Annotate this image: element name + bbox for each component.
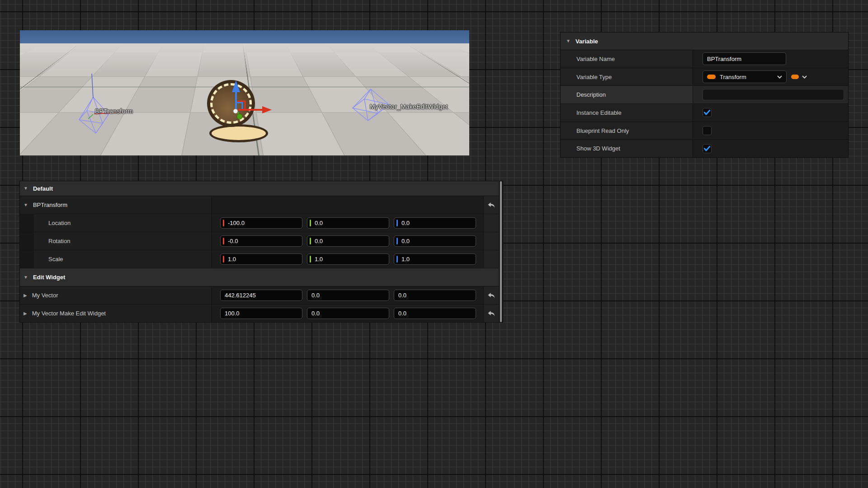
collapse-arrow-icon[interactable]: ▼ (24, 186, 28, 191)
rotation-y-input[interactable] (307, 235, 389, 247)
property-label: Rotation (48, 238, 70, 244)
my-vector-row: ▶ My Vector (20, 286, 499, 305)
single-variable-pill-icon (791, 75, 799, 79)
field-label: Description (576, 91, 606, 98)
scale-y-input[interactable] (307, 253, 389, 265)
myvector-actor-label: MyVector_MakeEditWidget (370, 103, 448, 110)
bptransform-actor-label: BPTransform (95, 108, 133, 115)
show-3d-widget-row: Show 3D Widget (561, 140, 848, 157)
scale-z-input[interactable] (394, 253, 476, 265)
property-label: My Vector (32, 292, 58, 299)
undo-arrow-icon (487, 292, 495, 299)
section-title: Default (33, 185, 53, 192)
rotation-x-input[interactable] (220, 235, 302, 247)
sphere-sprite[interactable] (207, 80, 255, 127)
transform-type-pill-icon (707, 75, 716, 79)
default-section-header[interactable]: ▼ Default (20, 181, 499, 196)
my-vector-mew-z-input[interactable] (394, 308, 476, 319)
check-icon (704, 110, 710, 115)
location-row: Location (20, 214, 499, 232)
rotation-row: Rotation (20, 232, 499, 250)
field-label: Show 3D Widget (576, 145, 620, 152)
my-vector-z-input[interactable] (394, 290, 476, 301)
z-axis-color-bar (396, 238, 398, 244)
z-axis-color-bar (396, 256, 398, 263)
undo-arrow-icon (487, 202, 495, 209)
variable-name-row: Variable Name (561, 50, 848, 68)
variable-name-input[interactable] (703, 52, 786, 65)
collapse-arrow-icon[interactable]: ▼ (566, 39, 571, 43)
scale-x-input[interactable] (220, 253, 302, 265)
x-axis-color-bar (223, 220, 224, 226)
blueprint-read-only-row: Blueprint Read Only (561, 122, 848, 140)
property-label: My Vector Make Edit Widget (32, 310, 106, 317)
description-input[interactable] (703, 89, 844, 100)
expand-arrow-icon[interactable]: ▶ (24, 293, 27, 298)
reset-to-default-button[interactable] (487, 310, 496, 318)
property-label: Scale (48, 256, 63, 263)
edit-widget-section-header[interactable]: ▼ Edit Widget (20, 268, 499, 286)
instance-editable-checkbox[interactable] (703, 108, 712, 117)
instance-editable-row: Instance Editable (561, 104, 848, 122)
variable-section-header[interactable]: ▼ Variable (561, 33, 848, 50)
rotation-z-input[interactable] (394, 235, 476, 247)
my-vector-mew-x-input[interactable] (220, 308, 302, 319)
field-label: Blueprint Read Only (576, 127, 629, 134)
variable-type-dropdown[interactable]: Transform (703, 70, 787, 83)
my-vector-make-edit-widget-row: ▶ My Vector Make Edit Widget (20, 305, 499, 323)
collapse-arrow-icon[interactable]: ▼ (24, 275, 28, 280)
variable-type-value: Transform (720, 74, 773, 80)
reset-to-default-button[interactable] (487, 291, 496, 300)
chevron-down-icon (777, 75, 782, 79)
z-axis-color-bar (396, 220, 398, 226)
location-y-input[interactable] (307, 217, 389, 229)
bptransform-property-row[interactable]: ▼ BPTransform (20, 196, 499, 214)
my-vector-x-input[interactable] (220, 290, 302, 301)
blueprint-preview-viewport[interactable]: BPTransform MyVector_MakeEditWidget (20, 30, 469, 155)
undo-arrow-icon (487, 310, 495, 317)
blueprint-read-only-checkbox[interactable] (703, 126, 712, 135)
description-row: Description (561, 86, 848, 104)
expand-arrow-icon[interactable]: ▶ (24, 311, 27, 316)
field-label: Variable Type (576, 74, 612, 80)
scale-row: Scale (20, 250, 499, 268)
x-axis-color-bar (223, 256, 224, 263)
x-axis-color-bar (223, 238, 224, 244)
location-z-input[interactable] (394, 217, 476, 229)
check-icon (704, 146, 710, 151)
property-label: Location (48, 220, 71, 226)
variable-details-panel: ▼ Variable Variable Name Variable Type T… (561, 33, 848, 157)
collapse-arrow-icon[interactable]: ▼ (24, 203, 28, 207)
reset-to-default-button[interactable] (487, 201, 496, 209)
field-label: Variable Name (576, 56, 615, 62)
location-x-input[interactable] (220, 217, 302, 229)
details-panel-defaults: ▼ Default ▼ BPTransform Location (20, 181, 503, 322)
my-vector-y-input[interactable] (307, 290, 389, 301)
section-title: Variable (576, 38, 598, 45)
chevron-down-icon (802, 75, 807, 79)
container-type-dropdown[interactable] (791, 75, 807, 79)
section-title: Edit Widget (33, 274, 65, 281)
my-vector-mew-y-input[interactable] (307, 308, 389, 319)
field-label: Instance Editable (576, 109, 622, 116)
property-label: BPTransform (33, 202, 67, 208)
y-axis-color-bar (310, 238, 311, 244)
dashed-ring (210, 83, 252, 124)
viewport-sky (20, 30, 469, 44)
y-axis-color-bar (310, 256, 311, 263)
variable-type-row: Variable Type Transform (561, 68, 848, 86)
show-3d-widget-checkbox[interactable] (703, 144, 712, 153)
sprite-base-blob (209, 124, 268, 142)
y-axis-color-bar (310, 220, 311, 226)
details-scrollbar[interactable] (500, 181, 502, 322)
